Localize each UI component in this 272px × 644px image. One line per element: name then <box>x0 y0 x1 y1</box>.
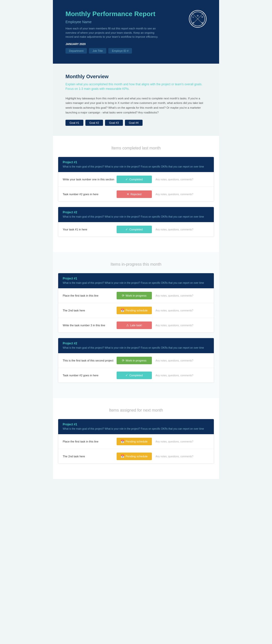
task-label: Place the first task in this line <box>63 294 117 297</box>
task-notes: Any notes, questions, comments? <box>152 294 210 297</box>
status-icon: ⟳ <box>122 359 124 362</box>
status-button[interactable]: 📅 Pending schedule <box>117 307 152 314</box>
job-title-tag[interactable]: Job Title <box>89 48 106 54</box>
project-header: Project #1What is the main goal of this … <box>58 157 214 172</box>
task-notes: Any notes, questions, comments? <box>152 359 210 362</box>
completed-section: Items completed last month Project #1Wha… <box>53 136 219 252</box>
status-icon: 📅 <box>121 440 124 443</box>
overview-body: Highlight key takeaways from this month'… <box>65 96 207 115</box>
inprogress-projects-container: Project #1What is the main goal of this … <box>58 273 214 383</box>
status-button[interactable]: ✕ Rejected <box>117 190 152 198</box>
svg-text:G: G <box>201 22 203 24</box>
task-notes: Any notes, questions, comments? <box>152 178 210 181</box>
task-row: Place the first task in this line⟳ Work … <box>58 288 214 303</box>
svg-text:G: G <box>197 15 198 17</box>
status-icon: ⚠ <box>126 324 129 327</box>
task-notes: Any notes, questions, comments? <box>152 309 210 312</box>
nextmonth-heading: Items assigned for next month <box>58 408 214 413</box>
completed-heading: Items completed last month <box>58 146 214 150</box>
project-name: Project #1 <box>63 160 209 164</box>
report-title: Monthly Performance Report <box>65 10 207 18</box>
status-button[interactable]: ⟳ Work in progress <box>117 292 152 299</box>
svg-text:L: L <box>193 16 194 18</box>
project-name: Project #2 <box>63 211 209 214</box>
project-card: Project #1What is the main goal of this … <box>58 419 214 464</box>
task-label: Write the task number 3 in this line <box>63 324 117 327</box>
department-tag[interactable]: Department <box>65 48 87 54</box>
logo-svg: L O G O G <box>190 11 205 26</box>
project-desc: What is the main goal of this project? W… <box>63 165 209 169</box>
task-row: The 2nd task here📅 Pending scheduleAny n… <box>58 303 214 318</box>
project-card: Project #2What is the main goal of this … <box>58 207 214 237</box>
header-tags: Department Job Title Employe ID # <box>65 48 207 54</box>
overview-title: Monthly Overview <box>65 74 207 79</box>
status-button[interactable]: ✓ Completed <box>117 372 152 379</box>
task-label: The 2nd task here <box>63 309 117 312</box>
task-row: Task number #2 goes in here✓ CompletedAn… <box>58 368 214 383</box>
task-notes: Any notes, questions, comments? <box>152 193 210 196</box>
inprogress-section: Items in-progress this month Project #1W… <box>53 252 219 398</box>
status-icon: ✕ <box>127 192 129 196</box>
task-label: Place the first task in this line <box>63 440 117 443</box>
employee-id-tag[interactable]: Employe ID # <box>108 48 132 54</box>
project-header: Project #1What is the main goal of this … <box>58 419 214 434</box>
task-row: Write your task number one in this secti… <box>58 172 214 187</box>
project-desc: What is the main goal of this project? W… <box>63 215 209 219</box>
task-row: Task number #2 goes in here✕ RejectedAny… <box>58 187 214 202</box>
status-button[interactable]: ✓ Completed <box>117 226 152 233</box>
status-button[interactable]: ⟳ Work in progress <box>117 357 152 364</box>
header-description: Have each of your team members fill out … <box>65 26 161 39</box>
task-label: Task number #2 goes in here <box>63 193 117 196</box>
task-row: Write the task number 3 in this line⚠ La… <box>58 318 214 333</box>
status-icon: ⟳ <box>122 294 124 297</box>
project-card: Project #1What is the main goal of this … <box>58 273 214 333</box>
task-label: The 2nd task here <box>63 455 117 458</box>
status-icon: ✓ <box>125 178 128 181</box>
goal-2-btn[interactable]: Goal #2 <box>85 120 103 126</box>
task-notes: Any notes, questions, comments? <box>152 440 210 443</box>
task-row: Your task #1 in here✓ CompletedAny notes… <box>58 222 214 237</box>
task-row: This is the first task of this second pr… <box>58 353 214 368</box>
task-notes: Any notes, questions, comments? <box>152 324 210 327</box>
goal-tags: Goal #1 Goal #2 Goal #3 Goal #4 <box>65 120 207 126</box>
project-card: Project #2What is the main goal of this … <box>58 338 214 383</box>
task-label: Write your task number one in this secti… <box>63 178 117 181</box>
overview-section: Monthly Overview Explain what you accomp… <box>53 64 219 136</box>
report-date: JANUARY 2020 <box>65 43 207 46</box>
goal-3-btn[interactable]: Goal #3 <box>105 120 123 126</box>
logo-circle: L O G O G <box>189 10 207 28</box>
project-desc: What is the main goal of this project? W… <box>63 346 209 350</box>
project-name: Project #2 <box>63 342 209 345</box>
svg-text:O: O <box>201 16 203 18</box>
task-row: Place the first task in this line📅 Pendi… <box>58 434 214 449</box>
goal-1-btn[interactable]: Goal #1 <box>65 120 83 126</box>
task-notes: Any notes, questions, comments? <box>152 374 210 377</box>
goal-4-btn[interactable]: Goal #4 <box>125 120 143 126</box>
header-section: Monthly Performance Report Employee Name… <box>53 0 219 64</box>
project-name: Project #1 <box>63 277 209 280</box>
task-notes: Any notes, questions, comments? <box>152 455 210 458</box>
project-desc: What is the main goal of this project? W… <box>63 427 209 431</box>
project-card: Project #1What is the main goal of this … <box>58 157 214 202</box>
nextmonth-projects-container: Project #1What is the main goal of this … <box>58 419 214 464</box>
status-button[interactable]: ⚠ Late task! <box>117 321 152 329</box>
employee-name: Employee Name <box>65 20 207 24</box>
svg-text:O: O <box>193 22 194 24</box>
status-button[interactable]: 📅 Pending schedule <box>117 453 152 460</box>
project-name: Project #1 <box>63 423 209 426</box>
task-label: This is the first task of this second pr… <box>63 359 117 362</box>
task-label: Your task #1 in here <box>63 228 117 231</box>
status-icon: 📅 <box>121 455 124 458</box>
inprogress-heading: Items in-progress this month <box>58 262 214 267</box>
project-header: Project #2What is the main goal of this … <box>58 338 214 353</box>
overview-subtitle: Explain what you accomplished this month… <box>65 82 207 91</box>
status-button[interactable]: 📅 Pending schedule <box>117 438 152 445</box>
status-icon: ✓ <box>125 374 128 377</box>
status-button[interactable]: ✓ Completed <box>117 176 152 183</box>
task-row: The 2nd task here📅 Pending scheduleAny n… <box>58 449 214 464</box>
status-icon: ✓ <box>125 228 128 231</box>
project-desc: What is the main goal of this project? W… <box>63 281 209 285</box>
project-header: Project #2What is the main goal of this … <box>58 207 214 222</box>
nextmonth-section: Items assigned for next month Project #1… <box>53 398 219 479</box>
completed-projects-container: Project #1What is the main goal of this … <box>58 157 214 237</box>
